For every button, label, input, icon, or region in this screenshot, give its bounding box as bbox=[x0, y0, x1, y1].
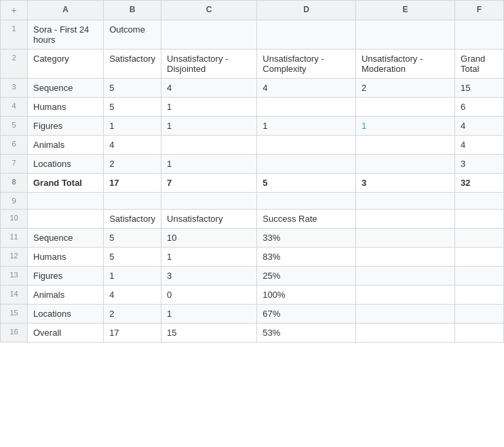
cell-12-a[interactable]: Humans bbox=[28, 248, 104, 267]
cell-12-d[interactable]: 83% bbox=[257, 248, 356, 267]
cell-2-a[interactable]: Category bbox=[28, 50, 104, 79]
cell-10-e[interactable] bbox=[355, 210, 454, 229]
row-number-5: 5 bbox=[1, 117, 28, 136]
cell-7-a[interactable]: Locations bbox=[28, 155, 104, 174]
add-column-button[interactable]: + bbox=[1, 1, 28, 20]
cell-15-f[interactable] bbox=[455, 305, 504, 324]
cell-2-f[interactable]: Grand Total bbox=[455, 50, 504, 79]
cell-1-a[interactable]: Sora - First 24 hours bbox=[28, 20, 104, 50]
cell-12-c[interactable]: 1 bbox=[161, 248, 257, 267]
cell-15-d[interactable]: 67% bbox=[257, 305, 356, 324]
row-number-4: 4 bbox=[1, 98, 28, 117]
cell-16-c[interactable]: 15 bbox=[161, 324, 257, 343]
cell-11-a[interactable]: Sequence bbox=[28, 229, 104, 248]
cell-16-e[interactable] bbox=[355, 324, 454, 343]
cell-11-e[interactable] bbox=[355, 229, 454, 248]
cell-14-c[interactable]: 0 bbox=[161, 286, 257, 305]
cell-12-b[interactable]: 5 bbox=[104, 248, 161, 267]
cell-6-b[interactable]: 4 bbox=[104, 136, 161, 155]
cell-7-b[interactable]: 2 bbox=[104, 155, 161, 174]
cell-9-f[interactable] bbox=[455, 193, 504, 210]
cell-5-b[interactable]: 1 bbox=[104, 117, 161, 136]
cell-15-c[interactable]: 1 bbox=[161, 305, 257, 324]
cell-11-f[interactable] bbox=[455, 229, 504, 248]
cell-10-d[interactable]: Success Rate bbox=[257, 210, 356, 229]
cell-14-b[interactable]: 4 bbox=[104, 286, 161, 305]
col-header-d: D bbox=[257, 1, 356, 20]
cell-13-c[interactable]: 3 bbox=[161, 267, 257, 286]
cell-2-c[interactable]: Unsatisfactory - Disjointed bbox=[161, 50, 257, 79]
cell-14-f[interactable] bbox=[455, 286, 504, 305]
cell-13-e[interactable] bbox=[355, 267, 454, 286]
cell-4-e[interactable] bbox=[355, 98, 454, 117]
cell-15-b[interactable]: 2 bbox=[104, 305, 161, 324]
cell-10-a[interactable] bbox=[28, 210, 104, 229]
cell-8-a[interactable]: Grand Total bbox=[28, 174, 104, 193]
cell-7-e[interactable] bbox=[355, 155, 454, 174]
cell-6-d[interactable] bbox=[257, 136, 356, 155]
cell-7-d[interactable] bbox=[257, 155, 356, 174]
cell-16-d[interactable]: 53% bbox=[257, 324, 356, 343]
cell-16-b[interactable]: 17 bbox=[104, 324, 161, 343]
cell-14-a[interactable]: Animals bbox=[28, 286, 104, 305]
cell-10-f[interactable] bbox=[455, 210, 504, 229]
cell-13-b[interactable]: 1 bbox=[104, 267, 161, 286]
cell-3-f[interactable]: 15 bbox=[455, 79, 504, 98]
cell-12-f[interactable] bbox=[455, 248, 504, 267]
cell-8-f[interactable]: 32 bbox=[455, 174, 504, 193]
cell-16-a[interactable]: Overall bbox=[28, 324, 104, 343]
cell-7-c[interactable]: 1 bbox=[161, 155, 257, 174]
cell-6-f[interactable]: 4 bbox=[455, 136, 504, 155]
cell-8-b[interactable]: 17 bbox=[104, 174, 161, 193]
cell-1-d[interactable] bbox=[257, 20, 356, 50]
cell-9-a[interactable] bbox=[28, 193, 104, 210]
cell-5-d[interactable]: 1 bbox=[257, 117, 356, 136]
cell-8-d[interactable]: 5 bbox=[257, 174, 356, 193]
cell-15-a[interactable]: Locations bbox=[28, 305, 104, 324]
cell-1-c[interactable] bbox=[161, 20, 257, 50]
cell-15-e[interactable] bbox=[355, 305, 454, 324]
cell-14-d[interactable]: 100% bbox=[257, 286, 356, 305]
cell-9-e[interactable] bbox=[355, 193, 454, 210]
cell-3-c[interactable]: 4 bbox=[161, 79, 257, 98]
cell-16-f[interactable] bbox=[455, 324, 504, 343]
cell-5-a[interactable]: Figures bbox=[28, 117, 104, 136]
cell-1-b[interactable]: Outcome bbox=[104, 20, 161, 50]
cell-4-a[interactable]: Humans bbox=[28, 98, 104, 117]
cell-6-e[interactable] bbox=[355, 136, 454, 155]
cell-9-d[interactable] bbox=[257, 193, 356, 210]
cell-13-a[interactable]: Figures bbox=[28, 267, 104, 286]
cell-8-e[interactable]: 3 bbox=[355, 174, 454, 193]
cell-4-d[interactable] bbox=[257, 98, 356, 117]
cell-5-e[interactable]: 1 bbox=[355, 117, 454, 136]
cell-11-c[interactable]: 10 bbox=[161, 229, 257, 248]
cell-3-d[interactable]: 4 bbox=[257, 79, 356, 98]
cell-4-b[interactable]: 5 bbox=[104, 98, 161, 117]
cell-10-b[interactable]: Satisfactory bbox=[104, 210, 161, 229]
cell-5-c[interactable]: 1 bbox=[161, 117, 257, 136]
cell-7-f[interactable]: 3 bbox=[455, 155, 504, 174]
cell-6-a[interactable]: Animals bbox=[28, 136, 104, 155]
cell-2-e[interactable]: Unsatisfactory - Moderation bbox=[355, 50, 454, 79]
cell-8-c[interactable]: 7 bbox=[161, 174, 257, 193]
cell-3-e[interactable]: 2 bbox=[355, 79, 454, 98]
cell-14-e[interactable] bbox=[355, 286, 454, 305]
cell-2-d[interactable]: Unsatisfactory - Complexity bbox=[257, 50, 356, 79]
cell-5-f[interactable]: 4 bbox=[455, 117, 504, 136]
cell-3-b[interactable]: 5 bbox=[104, 79, 161, 98]
cell-3-a[interactable]: Sequence bbox=[28, 79, 104, 98]
cell-10-c[interactable]: Unsatisfactory bbox=[161, 210, 257, 229]
cell-12-e[interactable] bbox=[355, 248, 454, 267]
cell-11-d[interactable]: 33% bbox=[257, 229, 356, 248]
cell-13-d[interactable]: 25% bbox=[257, 267, 356, 286]
cell-13-f[interactable] bbox=[455, 267, 504, 286]
cell-4-c[interactable]: 1 bbox=[161, 98, 257, 117]
cell-4-f[interactable]: 6 bbox=[455, 98, 504, 117]
cell-1-f[interactable] bbox=[455, 20, 504, 50]
cell-9-c[interactable] bbox=[161, 193, 257, 210]
cell-11-b[interactable]: 5 bbox=[104, 229, 161, 248]
cell-1-e[interactable] bbox=[355, 20, 454, 50]
cell-2-b[interactable]: Satisfactory bbox=[104, 50, 161, 79]
cell-9-b[interactable] bbox=[104, 193, 161, 210]
cell-6-c[interactable] bbox=[161, 136, 257, 155]
